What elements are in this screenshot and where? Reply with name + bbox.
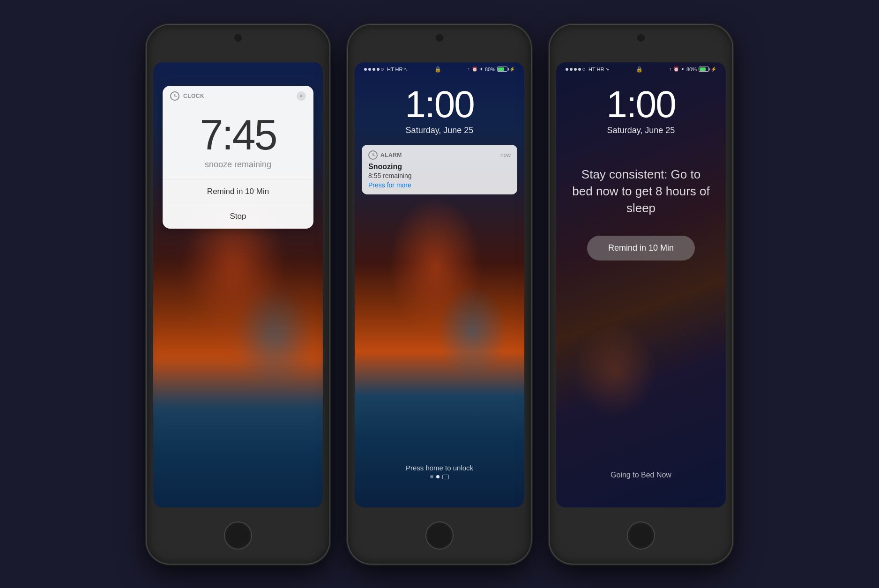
lock-icon-2: 🔒 <box>434 66 441 73</box>
snooze-time: 7:45 <box>170 114 306 156</box>
clock-app-icon <box>170 91 179 101</box>
lock-screen-time-3: 1:00 Saturday, June 25 <box>556 76 726 138</box>
front-camera-2 <box>436 34 443 42</box>
notification-card-1: CLOCK × 7:45 snooze remaining Remind in … <box>163 86 313 229</box>
status-left-3: HT HR ∿ <box>566 67 609 72</box>
page-dots <box>355 475 524 479</box>
alarm-app-icon <box>368 150 378 160</box>
battery-fill-3 <box>700 67 706 71</box>
lock-notif-left: ALARM <box>368 150 402 160</box>
status-bar-2: HT HR ∿ 🔒 ↑ ⏰ ✦ 80% ⚡ <box>355 62 524 76</box>
signal-dot-3-2 <box>570 68 573 71</box>
remind-button[interactable]: Remind in 10 Min <box>163 179 313 204</box>
consistency-message: Stay consistent: Go to bed now to get 8 … <box>556 138 726 226</box>
signal-dot-3 <box>372 68 375 71</box>
carrier-label-3: HT HR <box>588 67 604 72</box>
press-home-area: Press home to unlock <box>355 464 524 479</box>
lock-notification-card: ALARM now Snoozing 8:55 remaining Press … <box>362 145 517 194</box>
signal-dot-3-1 <box>566 68 568 71</box>
alarm-icon: ⏰ <box>472 67 477 72</box>
close-button[interactable]: × <box>297 91 306 101</box>
signal-dot-3-4 <box>578 68 581 71</box>
wifi-icon: ∿ <box>404 67 408 72</box>
charging-icon-3: ⚡ <box>711 67 716 72</box>
close-icon: × <box>299 93 303 99</box>
notif-header-left: CLOCK <box>170 91 204 101</box>
status-right-3: ↑ ⏰ ✦ 80% ⚡ <box>669 67 716 72</box>
time-display: 7:45 snooze remaining <box>163 104 313 174</box>
phone-3: HT HR ∿ 🔒 ↑ ⏰ ✦ 80% ⚡ <box>550 25 732 564</box>
phone-2: HT HR ∿ 🔒 ↑ ⏰ ✦ 80% ⚡ <box>348 25 531 564</box>
bluetooth-icon-3: ✦ <box>681 67 685 72</box>
lock-notif-body: 8:55 remaining <box>368 172 511 179</box>
battery-icon-2 <box>497 67 507 72</box>
alarm-icon-3: ⏰ <box>673 67 679 72</box>
going-to-bed-text[interactable]: Going to Bed Now <box>556 471 726 479</box>
app-name-label: CLOCK <box>183 93 204 99</box>
phone2-screen: HT HR ∿ 🔒 ↑ ⏰ ✦ 80% ⚡ <box>355 62 524 507</box>
charging-icon: ⚡ <box>509 67 515 72</box>
status-left-2: HT HR ∿ <box>364 67 408 72</box>
status-bar-3: HT HR ∿ 🔒 ↑ ⏰ ✦ 80% ⚡ <box>556 62 726 76</box>
snooze-label: snooze remaining <box>170 160 306 170</box>
phone3-overlay: HT HR ∿ 🔒 ↑ ⏰ ✦ 80% ⚡ <box>556 62 726 507</box>
lock-time-display-3: 1:00 <box>556 86 726 123</box>
phone1-screen: CLOCK × 7:45 snooze remaining Remind in … <box>153 62 323 507</box>
battery-fill-2 <box>498 67 505 71</box>
press-home-text: Press home to unlock <box>355 464 524 472</box>
location-icon: ↑ <box>468 67 470 72</box>
signal-dot-2 <box>368 68 371 71</box>
lock-date-display-3: Saturday, June 25 <box>556 126 726 135</box>
status-center-2: 🔒 <box>434 66 441 73</box>
lock-notif-time: now <box>500 152 511 158</box>
phone-1: CLOCK × 7:45 snooze remaining Remind in … <box>147 25 329 564</box>
battery-pct-2: 80% <box>485 67 495 72</box>
status-center-3: 🔒 <box>636 66 643 73</box>
notification-header: CLOCK × <box>163 86 313 104</box>
lock-icon-3: 🔒 <box>636 66 643 73</box>
lock-notif-action[interactable]: Press for more <box>368 181 511 189</box>
wifi-icon-3: ∿ <box>605 67 609 72</box>
lock-time-display-2: 1:00 <box>355 86 524 123</box>
location-icon-3: ↑ <box>669 67 671 72</box>
dot-2-active <box>436 475 440 478</box>
lock-notif-app-name: ALARM <box>380 152 402 158</box>
dot-camera <box>442 475 449 479</box>
signal-dot-4 <box>377 68 380 71</box>
lock-notif-header: ALARM now <box>368 150 511 160</box>
front-camera-3 <box>637 34 645 42</box>
bluetooth-icon: ✦ <box>479 67 483 72</box>
home-button-1[interactable] <box>224 521 252 550</box>
status-right-2: ↑ ⏰ ✦ 80% ⚡ <box>468 67 515 72</box>
dot-1 <box>430 475 433 478</box>
home-button-3[interactable] <box>627 521 655 550</box>
battery-pct-3: 80% <box>686 67 697 72</box>
battery-icon-3 <box>699 67 709 72</box>
phone1-overlay: CLOCK × 7:45 snooze remaining Remind in … <box>153 62 323 507</box>
phone2-overlay: HT HR ∿ 🔒 ↑ ⏰ ✦ 80% ⚡ <box>355 62 524 507</box>
lock-screen-time-2: 1:00 Saturday, June 25 <box>355 76 524 138</box>
home-button-2[interactable] <box>425 521 454 550</box>
lock-notif-title: Snoozing <box>368 163 511 171</box>
remind-10-button[interactable]: Remind in 10 Min <box>587 236 695 261</box>
signal-dot-3-5 <box>582 68 585 71</box>
stop-button[interactable]: Stop <box>163 204 313 229</box>
signal-dot-5 <box>381 68 384 71</box>
lock-date-display-2: Saturday, June 25 <box>355 126 524 135</box>
carrier-label: HT HR <box>387 67 402 72</box>
phone3-screen: HT HR ∿ 🔒 ↑ ⏰ ✦ 80% ⚡ <box>556 62 726 507</box>
notification-actions: Remind in 10 Min Stop <box>163 179 313 229</box>
front-camera <box>234 34 242 42</box>
signal-dot-1 <box>364 68 367 71</box>
signal-dot-3-3 <box>574 68 577 71</box>
